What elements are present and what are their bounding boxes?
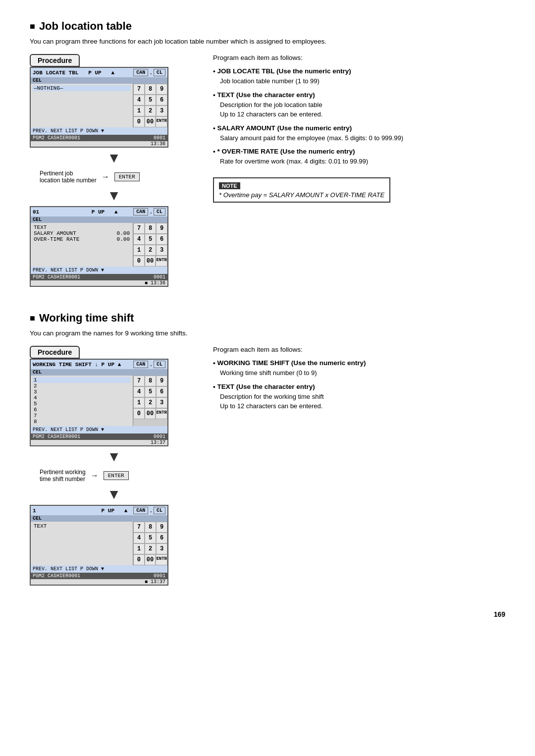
- screen1-status-bar: PGM2 CASHIER0001 0001: [31, 135, 167, 141]
- s2-key-3[interactable]: 3: [156, 245, 167, 256]
- s2-key-2[interactable]: 2: [145, 245, 156, 256]
- s4-key-9[interactable]: 9: [156, 522, 167, 533]
- s4-pagenum: 0001: [154, 573, 165, 579]
- section1-desc: You can program three functions for each…: [30, 38, 505, 45]
- s3-status: PGM2 CASHIER0001: [33, 434, 80, 439]
- s2-key-5[interactable]: 5: [145, 234, 156, 245]
- s4-nav: PREV. NEXT LIST P DOWN ▼: [33, 566, 104, 572]
- arrow-down-1: ▼: [30, 150, 198, 166]
- s3-numpad-row-4: 0 00 ENTR: [133, 408, 167, 419]
- section2-program-each: Program each item as follows:: [213, 346, 505, 353]
- section1-title: Job location table: [30, 20, 505, 33]
- key-3[interactable]: 3: [156, 106, 167, 116]
- s4-key-entr[interactable]: ENTR: [156, 554, 167, 565]
- s4-key-00[interactable]: 00: [145, 554, 156, 565]
- screen2-cl-btn[interactable]: CL: [154, 208, 165, 216]
- s3-key-0[interactable]: 0: [133, 408, 145, 419]
- s2-key-4[interactable]: 4: [133, 234, 145, 245]
- s4-key-3[interactable]: 3: [156, 543, 167, 554]
- s4-status: PGM2 CASHIER0001: [33, 573, 80, 579]
- section-working-time: Working time shift You can program the n…: [30, 312, 505, 586]
- key-7[interactable]: 7: [133, 84, 145, 95]
- s3-key-7[interactable]: 7: [133, 376, 145, 386]
- s3-can-btn[interactable]: CAN: [133, 361, 148, 368]
- screen2-cel: CEL: [31, 216, 167, 223]
- s3-key-6[interactable]: 6: [156, 386, 167, 397]
- s4-key-0[interactable]: 0: [133, 554, 145, 565]
- bullet1-desc: Job location table number (1 to 99): [220, 76, 505, 86]
- screen2-text-row: TEXT: [33, 224, 131, 230]
- s4-key-4[interactable]: 4: [133, 533, 145, 543]
- s4-key-8[interactable]: 8: [145, 522, 156, 533]
- s3-key-4[interactable]: 4: [133, 386, 145, 397]
- s2-key-6[interactable]: 6: [156, 234, 167, 245]
- key-entr[interactable]: ENTR: [156, 116, 167, 127]
- s4-key-2[interactable]: 2: [145, 543, 156, 554]
- s2-key-7[interactable]: 7: [133, 223, 145, 234]
- s3-key-1[interactable]: 1: [133, 397, 145, 408]
- key-00[interactable]: 00: [145, 116, 156, 127]
- screen1-bottom-bar: PREV. NEXT LIST P DOWN ▼: [31, 127, 167, 135]
- enter-btn-1[interactable]: ENTER: [114, 172, 140, 181]
- screen2-content: TEXT SALARY AMOUNT 0.00 OVER-TIME RATE 0…: [31, 223, 133, 250]
- screen2-salary-row: SALARY AMOUNT 0.00: [33, 230, 131, 236]
- s4-can-btn[interactable]: CAN: [133, 507, 148, 514]
- s4-content: TEXT: [31, 522, 133, 549]
- s2-key-0[interactable]: 0: [133, 256, 145, 267]
- s4-key-5[interactable]: 5: [145, 533, 156, 543]
- s4-numpad-row-4: 0 00 ENTR: [133, 554, 167, 565]
- screen1-can-btn[interactable]: CAN: [133, 69, 148, 76]
- s2-numpad-row-4: 0 00 ENTR: [133, 256, 167, 267]
- s3-title: WORKING TIME SHIFT ↓ P UP ▲: [33, 362, 121, 368]
- s2-key-8[interactable]: 8: [145, 223, 156, 234]
- s4-main-area: TEXT: [31, 522, 133, 565]
- s3-cl-btn[interactable]: CL: [154, 361, 165, 368]
- s4-key-1[interactable]: 1: [133, 543, 145, 554]
- s4-dot: .: [149, 508, 153, 514]
- s2-key-entr[interactable]: ENTR: [156, 256, 167, 267]
- screen2-can-btn[interactable]: CAN: [133, 208, 148, 216]
- key-5[interactable]: 5: [145, 95, 156, 106]
- s2-key-00[interactable]: 00: [145, 256, 156, 267]
- s4-cl-btn[interactable]: CL: [154, 507, 165, 514]
- s3-key-00[interactable]: 00: [145, 408, 156, 419]
- key-0[interactable]: 0: [133, 116, 145, 127]
- s3-key-2[interactable]: 2: [145, 397, 156, 408]
- screen2-numpad: 7 8 9 4 5 6 1 2 3: [133, 223, 167, 267]
- bullet3-title: SALARY AMOUNT (Use the numeric entry): [213, 124, 505, 132]
- numpad-row-1: 7 8 9: [133, 84, 167, 95]
- s2-numpad-row-2: 4 5 6: [133, 234, 167, 245]
- screen1-right-btns: CAN . CL: [133, 69, 165, 76]
- key-9[interactable]: 9: [156, 84, 167, 95]
- key-4[interactable]: 4: [133, 95, 145, 106]
- key-2[interactable]: 2: [145, 106, 156, 116]
- s4-key-7[interactable]: 7: [133, 522, 145, 533]
- screen1-cel: CEL: [31, 77, 167, 84]
- s2-bullet1-desc: Working time shift number (0 to 9): [220, 368, 505, 378]
- s2-key-9[interactable]: 9: [156, 223, 167, 234]
- screen1-time: 13:36: [31, 141, 167, 147]
- arrow-right-1: →: [102, 172, 109, 181]
- s3-key-3[interactable]: 3: [156, 397, 167, 408]
- screen2-overtime-row: OVER-TIME RATE 0.00: [33, 236, 131, 242]
- s3-key-8[interactable]: 8: [145, 376, 156, 386]
- s2-key-1[interactable]: 1: [133, 245, 145, 256]
- s3-numpad: 7 8 9 4 5 6 1 2 3: [133, 376, 167, 426]
- screen1-cl-btn[interactable]: CL: [154, 69, 165, 76]
- enter-label-2: Pertinent workingtime shift number → ENT…: [40, 469, 198, 483]
- s3-key-5[interactable]: 5: [145, 386, 156, 397]
- s3-key-9[interactable]: 9: [156, 376, 167, 386]
- s3-key-entr[interactable]: ENTR: [156, 408, 167, 419]
- s4-key-6[interactable]: 6: [156, 533, 167, 543]
- key-6[interactable]: 6: [156, 95, 167, 106]
- section2-procedure-badge: Procedure: [30, 346, 80, 359]
- section1-left: Procedure JOB LOCATE TBL P UP ▲ CAN . CL…: [30, 54, 198, 287]
- section1-bullet-3: SALARY AMOUNT (Use the numeric entry) Sa…: [213, 124, 505, 143]
- enter-btn-2[interactable]: ENTER: [104, 471, 129, 480]
- key-8[interactable]: 8: [145, 84, 156, 95]
- screen2-bottom-bar: PREV. NEXT LIST P DOWN ▼: [31, 267, 167, 274]
- key-1[interactable]: 1: [133, 106, 145, 116]
- bullet4-title: * OVER-TIME RATE (Use the numeric entry): [213, 148, 505, 155]
- section2-bullet-2: TEXT (Use the character entry) Descripti…: [213, 383, 505, 411]
- arrow-down-3: ▼: [30, 449, 198, 465]
